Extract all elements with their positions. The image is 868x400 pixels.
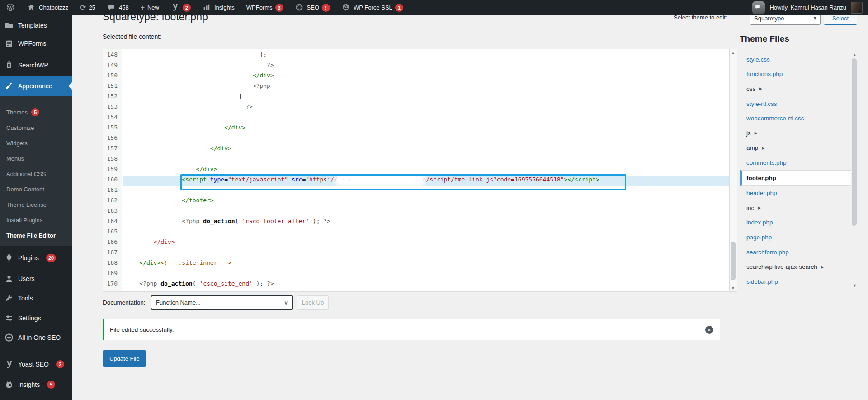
theme-file-sidebar-php[interactable]: sidebar.php	[746, 274, 851, 289]
documentation-select[interactable]: Function Name... ∨	[151, 295, 293, 310]
theme-file-functions-php[interactable]: functions.php	[746, 67, 851, 82]
update-file-button[interactable]: Update File	[103, 350, 146, 367]
sidebar-item-label: SearchWP	[18, 62, 48, 69]
admin-bar-right: Howdy, Kamrul Hasan Ranzu	[752, 1, 868, 14]
sidebar-item-insights[interactable]: Insights5	[0, 376, 72, 394]
theme-file-header-php[interactable]: header.php	[746, 186, 851, 200]
sidebar-item-install-plugins[interactable]: Install Plugins	[0, 213, 72, 227]
scroll-down-icon[interactable]: ▼	[730, 285, 736, 291]
sidebar-item-yoast-seo[interactable]: Yoast SEO2	[0, 355, 72, 373]
theme-file-footer-php[interactable]: footer.php	[740, 170, 853, 186]
code-editor[interactable]: 1481491501511521531541551561571581591601…	[103, 49, 737, 292]
line-number: 163	[103, 207, 122, 218]
theme-file-css[interactable]: css▶	[746, 81, 851, 96]
sidebar-item-users[interactable]: Users	[0, 270, 72, 288]
howdy-account-link[interactable]: Howdy, Kamrul Hasan Ranzu	[769, 4, 846, 11]
wordpress-logo-icon	[6, 3, 15, 12]
selected-file-content-label: Selected file content:	[103, 33, 161, 40]
yoast-badge: 2	[183, 4, 191, 12]
updates-link[interactable]: ⟳ 25	[80, 4, 95, 11]
chat-icon[interactable]	[752, 1, 765, 14]
editor-scrollbar-thumb[interactable]	[731, 242, 736, 280]
line-number: 165	[103, 228, 122, 238]
editor-scrollbar[interactable]: ▲ ▼	[729, 49, 737, 291]
scroll-down-icon[interactable]: ▼	[851, 282, 858, 289]
sidebar-item-tools[interactable]: Tools	[0, 289, 72, 307]
submenu-item-label: Theme License	[6, 201, 47, 208]
menu-badge: 5	[47, 381, 55, 389]
line-number: 168	[103, 259, 122, 270]
select-theme-button[interactable]: Select	[824, 15, 857, 25]
seo-admin-bar-item[interactable]: SEO !	[295, 3, 330, 12]
theme-file-js[interactable]: js▶	[746, 126, 851, 141]
site-name-link[interactable]: Chatbotzzz	[27, 3, 68, 12]
tools-icon	[5, 294, 14, 303]
theme-file-name: woocommerce-rtl.css	[746, 115, 804, 122]
admin-sidebar: TemplatesWPFormsSearchWPAppearanceThemes…	[0, 15, 72, 400]
insights-admin-bar-item[interactable]: Insights	[203, 3, 235, 12]
sidebar-item-wpforms[interactable]: WPForms	[0, 34, 72, 52]
code-line: }	[123, 93, 730, 103]
theme-file-index-php[interactable]: index.php	[746, 215, 851, 230]
editor-gutter: 1481491501511521531541551561571581591601…	[103, 49, 122, 291]
wpforms-admin-bar-item[interactable]: WPForms 3	[246, 4, 283, 12]
code-line	[123, 114, 730, 124]
wpforms-badge: 3	[275, 4, 283, 12]
sidebar-item-label: Settings	[18, 314, 41, 322]
sidebar-item-additional-css[interactable]: Additional CSS	[0, 167, 72, 181]
wpforms-label: WPForms	[246, 4, 273, 11]
wordpress-menu[interactable]	[6, 3, 15, 12]
dismiss-notice-icon[interactable]: ✕	[705, 326, 713, 334]
theme-file-comments-php[interactable]: comments.php	[746, 155, 851, 170]
sidebar-item-all-in-one-seo[interactable]: All in One SEO	[0, 329, 72, 347]
sidebar-item-theme-file-editor[interactable]: Theme File Editor	[0, 229, 72, 242]
sidebar-item-powerkit[interactable]: Powerkit	[0, 395, 72, 400]
theme-files-heading: Theme Files	[740, 34, 789, 44]
theme-file-page-php[interactable]: page.php	[746, 230, 851, 245]
line-number: 150	[103, 72, 122, 82]
scroll-up-icon[interactable]: ▲	[730, 49, 736, 56]
new-content-link[interactable]: + New	[141, 4, 159, 11]
site-name-label: Chatbotzzz	[39, 4, 68, 11]
avatar[interactable]	[851, 2, 863, 14]
theme-file-name: footer.php	[746, 175, 776, 181]
wp-force-ssl-admin-bar-item[interactable]: WP Force SSL 1	[342, 3, 403, 12]
yoast-admin-bar-item[interactable]: 2	[171, 3, 191, 12]
insights-bars-icon	[203, 3, 212, 12]
sidebar-item-plugins[interactable]: Plugins20	[0, 249, 72, 267]
theme-file-woocommerce-rtl-css[interactable]: woocommerce-rtl.css	[746, 111, 851, 126]
theme-file-searchwp-live-ajax-search[interactable]: searchwp-live-ajax-search▶	[746, 259, 851, 274]
sidebar-item-widgets[interactable]: Widgets	[0, 136, 72, 150]
sidebar-item-settings[interactable]: Settings	[0, 309, 72, 327]
sidebar-item-customize[interactable]: Customize	[0, 121, 72, 134]
sidebar-item-appearance[interactable]: Appearance	[0, 76, 72, 96]
theme-files-scrollbar[interactable]: ▲ ▼	[851, 50, 858, 290]
line-number: 167	[103, 249, 122, 259]
submenu-item-label: Menus	[6, 155, 24, 162]
theme-file-inc[interactable]: inc▶	[746, 200, 851, 215]
documentation-select-value: Function Name...	[156, 299, 201, 306]
sidebar-item-theme-license[interactable]: Theme License	[0, 198, 72, 211]
sidebar-item-templates[interactable]: Templates	[0, 16, 72, 34]
users-icon	[5, 274, 14, 283]
scroll-up-icon[interactable]: ▲	[851, 51, 858, 58]
sidebar-item-menus[interactable]: Menus	[0, 152, 72, 165]
appearance-submenu: Themes5CustomizeWidgetsMenusAdditional C…	[0, 96, 72, 246]
theme-file-style-css[interactable]: style.css	[746, 52, 851, 67]
sidebar-item-searchwp[interactable]: SearchWP	[0, 56, 72, 74]
sidebar-item-themes[interactable]: Themes5	[0, 105, 72, 119]
comments-link[interactable]: 458	[107, 3, 129, 12]
editor-code-area[interactable]: ); ?> </div> <?php } ?>	[123, 49, 730, 291]
theme-file-searchform-php[interactable]: searchform.php	[746, 245, 851, 260]
submenu-item-label: Install Plugins	[6, 217, 42, 224]
appearance-brush-icon	[5, 81, 14, 90]
yoast-icon	[171, 3, 180, 12]
theme-files-scrollbar-thumb[interactable]	[852, 58, 857, 226]
theme-file-amp[interactable]: amp▶	[746, 141, 851, 156]
theme-file-style-rtl-css[interactable]: style-rtl.css	[746, 96, 851, 111]
code-line	[123, 228, 730, 238]
theme-select-dropdown[interactable]: Squaretype ▾	[750, 15, 821, 25]
sidebar-item-demo-content[interactable]: Demo Content	[0, 182, 72, 196]
lookup-button[interactable]: Look Up	[297, 295, 329, 310]
line-number: 166	[103, 238, 122, 249]
